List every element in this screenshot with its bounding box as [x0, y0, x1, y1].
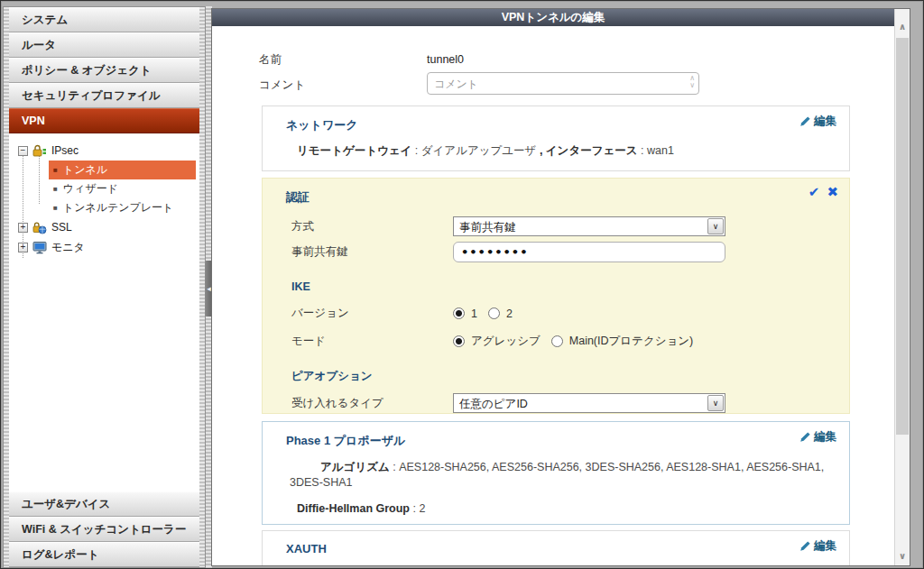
- scroll-up-icon[interactable]: ∧: [895, 22, 910, 32]
- ike-subheader: IKE: [286, 280, 835, 293]
- main-panel: VPNトンネルの編集 名前 tunnel0 コメント ∧ ∨ 編集: [211, 8, 910, 566]
- cancel-icon[interactable]: ✖: [827, 184, 838, 200]
- sidebar-item-log-report[interactable]: ログ&レポート: [9, 542, 199, 567]
- vpn-tree: − IPsec ■ トンネル ■ ウィザード ■ トンネルテンプレート: [9, 133, 199, 491]
- bullet-icon: ■: [53, 205, 58, 212]
- sidebar-item-system[interactable]: システム: [9, 7, 199, 32]
- monitor-icon: [32, 241, 47, 254]
- mode-main-radio[interactable]: [551, 335, 563, 347]
- tree-node-label: SSL: [51, 221, 72, 234]
- sidebar-item-security-profiles[interactable]: セキュリティプロファイル: [9, 83, 199, 108]
- method-select[interactable]: 事前共有鍵 ∨: [453, 216, 725, 236]
- network-section-title: ネットワーク: [286, 117, 835, 133]
- edit-label: 編集: [814, 538, 836, 554]
- sidebar-item-policy-objects[interactable]: ポリシー & オブジェクト: [9, 58, 199, 83]
- sidebar-item-router[interactable]: ルータ: [9, 32, 199, 58]
- remote-gateway-label: リモートゲートウェイ: [297, 144, 411, 157]
- page-title: VPNトンネルの編集: [212, 9, 894, 26]
- collapse-icon[interactable]: −: [18, 146, 28, 156]
- ssl-lock-globe-icon: [32, 221, 47, 234]
- edit-label: 編集: [814, 114, 836, 129]
- fortigate-vpn-edit-screen: { "colors": { "vpn_active_top": "#c1411a…: [0, 0, 924, 569]
- authentication-section: ✔ ✖ 認証 方式 事前共有鍵 ∨ 事前共有鍵 IKE バージョン: [262, 178, 850, 414]
- accept-types-selected-value: 任意のピアID: [454, 394, 707, 412]
- name-value: tunnel0: [427, 53, 464, 66]
- method-selected-value: 事前共有鍵: [454, 217, 707, 235]
- tree-connector: [39, 153, 40, 204]
- authentication-section-title: 認証: [286, 189, 835, 206]
- phase1-dh-group: Diffie-Hellman Group : 2: [286, 502, 835, 515]
- comment-label: コメント: [259, 78, 427, 93]
- comment-spinner[interactable]: ∧ ∨: [689, 75, 695, 89]
- ike-version-1-radio[interactable]: [453, 307, 465, 319]
- scroll-down-icon[interactable]: ∨: [895, 551, 910, 561]
- tree-node-label: IPsec: [51, 144, 79, 157]
- ike-version-2-label: 2: [506, 307, 513, 320]
- ike-version-2-radio[interactable]: [488, 307, 500, 319]
- chevron-down-icon: ∨: [689, 82, 695, 89]
- mode-aggressive-radio[interactable]: [453, 335, 465, 347]
- scrollbar-thumb[interactable]: [896, 38, 909, 435]
- sidebar-item-user-device[interactable]: ユーザ&デバイス: [9, 491, 199, 517]
- network-summary: リモートゲートウェイ : ダイアルアップユーザ , インターフェース : wan…: [286, 143, 835, 159]
- mode-main-label: Main(IDプロテクション): [569, 334, 693, 349]
- tree-node-ipsec[interactable]: − IPsec: [9, 141, 199, 161]
- tree-node-label: モニタ: [51, 240, 85, 255]
- tree-node-tunnel-template[interactable]: ■ トンネルテンプレート: [49, 198, 196, 217]
- chevron-down-icon: ∨: [707, 395, 724, 411]
- pencil-icon: [799, 115, 811, 127]
- xauth-edit-button[interactable]: 編集: [799, 538, 836, 554]
- sidebar-item-wifi-switch[interactable]: WiFi & スイッチコントローラー: [9, 517, 199, 542]
- sidebar-item-vpn[interactable]: VPN: [9, 108, 199, 133]
- peer-options-subheader: ピアオプション: [286, 369, 835, 384]
- tree-node-label: トンネル: [63, 162, 107, 178]
- edit-label: 編集: [814, 429, 836, 445]
- bullet-icon: ■: [53, 167, 58, 174]
- edit-vpn-form: 名前 tunnel0 コメント ∧ ∨ 編集 ネットワーク: [212, 26, 894, 565]
- confirm-icon[interactable]: ✔: [808, 184, 820, 200]
- tree-node-ssl[interactable]: + SSL: [9, 217, 199, 237]
- xauth-section: 編集 XAUTH タイプ : 無効: [262, 530, 850, 565]
- name-label: 名前: [259, 52, 427, 68]
- pencil-icon: [799, 540, 811, 552]
- psk-input[interactable]: [453, 242, 725, 262]
- expand-icon[interactable]: +: [18, 223, 28, 233]
- psk-label: 事前共有鍵: [286, 244, 453, 260]
- ike-version-radio-group: 1 2: [453, 307, 520, 320]
- tree-node-wizard[interactable]: ■ ウィザード: [49, 179, 196, 198]
- comment-input[interactable]: [427, 72, 699, 95]
- phase1-edit-button[interactable]: 編集: [799, 429, 836, 445]
- phase1-algorithms: アルゴリズム : AES128-SHA256, AES256-SHA256, 3…: [286, 460, 845, 491]
- interface-value: wan1: [647, 144, 674, 157]
- network-edit-button[interactable]: 編集: [799, 114, 836, 129]
- mode-aggressive-label: アグレッシブ: [471, 334, 541, 349]
- sidebar: システム ルータ ポリシー & オブジェクト セキュリティプロファイル VPN …: [3, 6, 206, 568]
- ike-mode-radio-group: アグレッシブ Main(IDプロテクション): [453, 334, 700, 349]
- phase1-section-title: Phase 1 プロポーザル: [286, 433, 835, 449]
- separator: :: [638, 144, 647, 157]
- xauth-section-title: XAUTH: [286, 542, 835, 555]
- remote-gateway-value: ダイアルアップユーザ: [421, 144, 537, 157]
- tree-node-monitor[interactable]: + モニタ: [9, 237, 199, 257]
- ipsec-lock-icon: [32, 144, 47, 158]
- vertical-scrollbar[interactable]: ∧ ∨: [894, 9, 910, 565]
- separator: :: [410, 502, 419, 515]
- separator: :: [411, 144, 420, 157]
- tree-node-label: トンネルテンプレート: [63, 200, 174, 216]
- ike-mode-label: モード: [286, 334, 453, 349]
- phase1-proposal-section: 編集 Phase 1 プロポーザル アルゴリズム : AES128-SHA256…: [262, 421, 850, 525]
- tree-node-tunnel[interactable]: ■ トンネル: [49, 161, 196, 179]
- chevron-down-icon: ∨: [707, 218, 724, 234]
- algorithms-label: アルゴリズム: [320, 461, 390, 473]
- tree-node-label: ウィザード: [63, 181, 118, 197]
- accept-types-select[interactable]: 任意のピアID ∨: [453, 393, 725, 413]
- separator: :: [390, 461, 399, 473]
- pencil-icon: [799, 431, 811, 443]
- dh-group-value: 2: [419, 502, 425, 515]
- accept-types-label: 受け入れるタイプ: [286, 396, 453, 411]
- expand-icon[interactable]: +: [18, 243, 28, 252]
- method-label: 方式: [286, 219, 453, 234]
- ike-version-1-label: 1: [471, 307, 477, 320]
- dh-group-label: Diffie-Hellman Group: [297, 502, 410, 515]
- separator: ,: [536, 144, 545, 157]
